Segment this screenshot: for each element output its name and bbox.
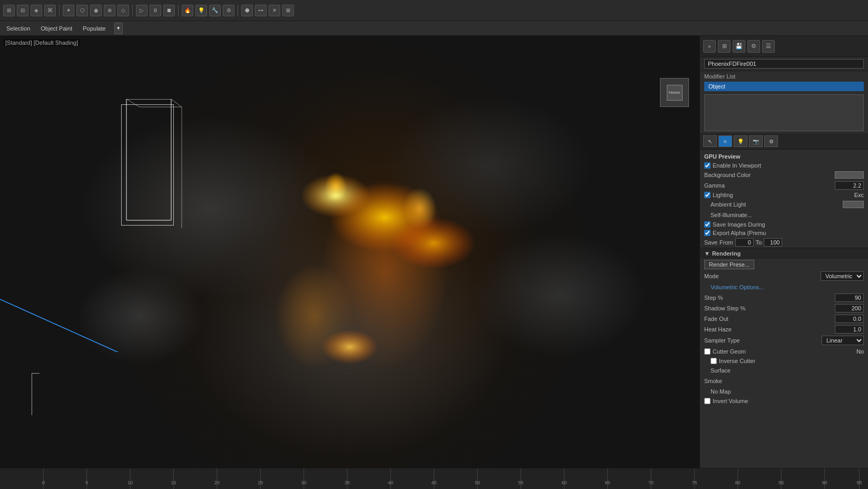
step-input[interactable] [835,294,864,302]
toolbar-icon-20[interactable]: ⊠ [282,5,294,16]
object-name-input[interactable] [704,59,864,69]
panel-tab-light[interactable]: 💡 [734,135,747,147]
panel-icon-save[interactable]: 💾 [733,40,745,53]
lighting-row: Lighting Exc [700,191,868,199]
export-alpha-checkbox[interactable] [704,230,711,236]
gamma-input[interactable] [835,181,864,190]
toolbar-icon-2[interactable]: ⊟ [17,5,28,16]
toolbar-icon-17[interactable]: ⬢ [241,5,253,16]
panel-tab-cursor[interactable]: ↖ [703,135,717,147]
svg-text:95: 95 [857,480,862,485]
toolbar-icon-16[interactable]: ⚙ [223,5,234,16]
cutter-geom-label: Cutter Geom [713,348,843,355]
step-row: Step % [700,292,868,303]
toolbar-icon-15[interactable]: 🔧 [209,5,221,16]
toolbar-icon-18[interactable]: ⊶ [255,5,267,16]
toolbar-icon-10[interactable]: ▷ [136,5,147,16]
main-content: [Standard] [Default Shading] Home [0,36,868,468]
render-preset-button[interactable]: Render Prese... [704,260,754,269]
gamma-label: Gamma [704,182,835,189]
svg-text:65: 65 [605,480,610,485]
toolbar2-selection[interactable]: Selection [4,24,32,33]
dropdown-arrow-icon: ▾ [117,25,120,32]
invert-volume-row: Invert Volume [700,397,868,405]
enable-viewport-checkbox[interactable] [704,162,711,169]
from-label: From [719,239,733,246]
heat-haze-input[interactable] [835,325,864,334]
toolbar-icon-12[interactable]: ⏹ [163,5,175,16]
sampler-type-select[interactable]: Linear [822,336,864,345]
wire-box [121,104,174,226]
shadow-step-row: Shadow Step % [700,303,868,314]
svg-text:15: 15 [171,480,176,485]
toolbar-icon-4[interactable]: ⌘ [44,5,56,16]
secondary-toolbar: Selection Object Paint Populate ▾ [0,21,868,36]
lighting-checkbox[interactable] [704,192,711,198]
heat-haze-row: Heat Haze [700,324,868,335]
navigation-cube[interactable]: Home [660,78,689,107]
shadow-step-input[interactable] [835,304,864,312]
shadow-step-label: Shadow Step % [704,305,835,311]
toolbar-icon-5[interactable]: ✦ [63,5,74,16]
self-illuminate-label: Self-Illuminate... [711,212,864,218]
surface-row: Surface [700,365,868,376]
panel-icon-modifier[interactable]: ⊞ [718,40,731,53]
main-toolbar: ⊞ ⊟ ◈ ⌘ ✦ ⬡ ◉ ⊕ ◇ ▷ ⏸ ⏹ 🔥 💡 🔧 ⚙ ⬢ ⊶ ✕ ⊠ [0,0,868,21]
panel-tab-camera[interactable]: 📷 [749,135,763,147]
toolbar-icon-1[interactable]: ⊞ [3,5,15,16]
toolbar-icon-11[interactable]: ⏸ [150,5,161,16]
toolbar2-populate[interactable]: Populate [81,24,107,33]
toolbar2-dropdown[interactable]: ▾ [114,23,123,34]
svg-text:75: 75 [692,480,697,485]
gpu-preview-header: GPU Preview [700,152,868,161]
volumetric-options-label[interactable]: Volumetric Options... [711,284,864,290]
panel-icon-menu[interactable]: ☰ [762,40,775,53]
inverse-cutter-checkbox[interactable] [711,358,717,364]
timeline-ruler[interactable]: 0 5 10 15 20 25 30 35 40 45 50 55 60 [0,468,868,489]
toolbar-icon-19[interactable]: ✕ [269,5,280,16]
gamma-row: Gamma [700,180,868,191]
svg-text:55: 55 [518,480,524,485]
toolbar-icon-9[interactable]: ◇ [117,5,129,16]
toolbar-sep-4 [238,5,238,16]
panel-icon-settings[interactable]: ⚙ [747,40,760,53]
svg-text:40: 40 [388,480,393,485]
save-to-input[interactable] [764,238,782,247]
sampler-type-label: Sampler Type [704,337,822,344]
modifier-list-item[interactable]: Object [704,82,864,91]
save-images-checkbox[interactable] [704,221,711,228]
fade-out-input[interactable] [835,315,864,323]
no-map-row: No Map [700,386,868,397]
svg-text:80: 80 [735,480,741,485]
smoke-label: Smoke [704,378,864,384]
save-from-input[interactable] [735,238,754,247]
step-label: Step % [704,295,835,301]
toolbar-icon-6[interactable]: ⬡ [76,5,88,16]
toolbar-icon-14[interactable]: 💡 [195,5,207,16]
svg-text:85: 85 [778,480,784,485]
toolbar2-object-paint[interactable]: Object Paint [38,24,74,33]
toolbar-icon-13[interactable]: 🔥 [182,5,193,16]
toolbar-icon-7[interactable]: ◉ [90,5,102,16]
save-images-row: Save Images During [700,220,868,229]
lighting-label: Lighting [713,192,843,198]
panel-tab-settings[interactable]: ⚙ [764,135,778,147]
smoke-row: Smoke [700,376,868,386]
mode-label: Mode [704,273,821,279]
background-color-swatch[interactable] [835,171,864,179]
invert-volume-checkbox[interactable] [704,398,711,404]
cutter-geom-checkbox[interactable] [704,348,711,355]
svg-text:90: 90 [822,480,827,485]
rendering-section-header[interactable]: ▼ Rendering [700,248,868,259]
panel-icon-add[interactable]: + [703,40,716,53]
panel-tab-list[interactable]: ≡ [718,135,732,147]
invert-volume-label: Invert Volume [713,398,748,404]
toolbar-icon-3[interactable]: ◈ [31,5,42,16]
cutter-geom-value: No [843,348,864,355]
mode-select[interactable]: Volumetric [821,271,864,281]
panel-gray-area [704,94,864,131]
save-images-label: Save Images During [713,221,864,228]
viewport[interactable]: [Standard] [Default Shading] Home [0,36,699,468]
toolbar-icon-8[interactable]: ⊕ [104,5,115,16]
ambient-light-swatch[interactable] [843,201,864,208]
